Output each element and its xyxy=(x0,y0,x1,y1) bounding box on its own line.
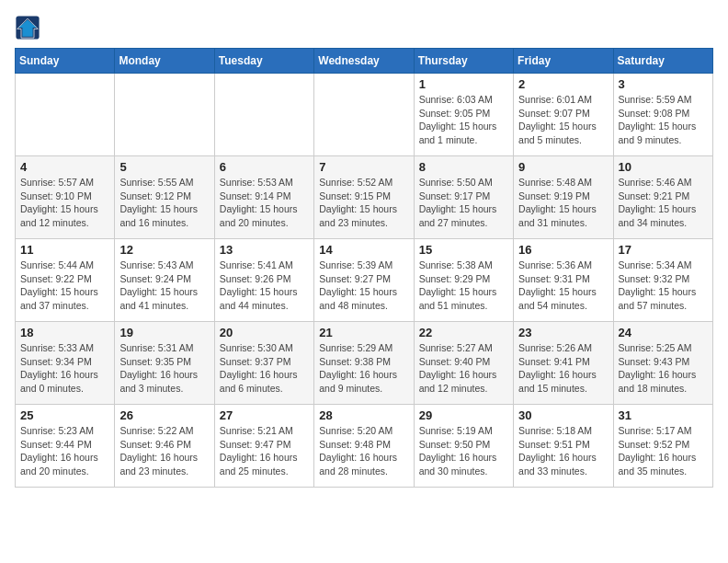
day-info: Sunrise: 5:29 AM Sunset: 9:38 PM Dayligh… xyxy=(319,341,408,396)
calendar-cell xyxy=(115,74,214,156)
day-info: Sunrise: 5:25 AM Sunset: 9:43 PM Dayligh… xyxy=(619,341,708,396)
weekday-header-monday: Monday xyxy=(115,49,214,74)
day-info: Sunrise: 5:55 AM Sunset: 9:12 PM Dayligh… xyxy=(119,176,209,230)
day-number: 23 xyxy=(518,326,608,339)
day-info: Sunrise: 5:48 AM Sunset: 9:19 PM Dayligh… xyxy=(518,176,608,230)
calendar-cell: 16Sunrise: 5:36 AM Sunset: 9:31 PM Dayli… xyxy=(514,239,613,322)
calendar-cell: 2Sunrise: 6:01 AM Sunset: 9:07 PM Daylig… xyxy=(514,74,613,156)
day-info: Sunrise: 5:46 AM Sunset: 9:21 PM Dayligh… xyxy=(619,176,708,230)
day-info: Sunrise: 5:21 AM Sunset: 9:47 PM Dayligh… xyxy=(220,424,309,478)
day-info: Sunrise: 5:36 AM Sunset: 9:31 PM Dayligh… xyxy=(518,259,608,313)
calendar-week-3: 11Sunrise: 5:44 AM Sunset: 9:22 PM Dayli… xyxy=(16,239,713,322)
weekday-header-wednesday: Wednesday xyxy=(314,49,414,74)
calendar-cell: 11Sunrise: 5:44 AM Sunset: 9:22 PM Dayli… xyxy=(16,239,115,322)
day-info: Sunrise: 5:33 AM Sunset: 9:34 PM Dayligh… xyxy=(20,341,109,396)
day-number: 6 xyxy=(220,160,309,174)
calendar-cell: 1Sunrise: 6:03 AM Sunset: 9:05 PM Daylig… xyxy=(414,74,513,156)
day-info: Sunrise: 5:50 AM Sunset: 9:17 PM Dayligh… xyxy=(419,176,508,230)
day-number: 10 xyxy=(619,160,708,174)
day-info: Sunrise: 5:27 AM Sunset: 9:40 PM Dayligh… xyxy=(419,341,508,396)
day-number: 28 xyxy=(319,408,408,422)
calendar-cell: 23Sunrise: 5:26 AM Sunset: 9:41 PM Dayli… xyxy=(514,322,613,405)
day-number: 22 xyxy=(419,326,508,339)
calendar-week-5: 25Sunrise: 5:23 AM Sunset: 9:44 PM Dayli… xyxy=(16,405,713,488)
day-number: 25 xyxy=(20,408,109,422)
calendar-cell xyxy=(314,74,414,156)
calendar-table: SundayMondayTuesdayWednesdayThursdayFrid… xyxy=(15,48,713,488)
calendar-cell: 13Sunrise: 5:41 AM Sunset: 9:26 PM Dayli… xyxy=(214,239,313,322)
calendar-cell: 20Sunrise: 5:30 AM Sunset: 9:37 PM Dayli… xyxy=(214,322,313,405)
day-info: Sunrise: 5:19 AM Sunset: 9:50 PM Dayligh… xyxy=(419,424,508,478)
day-number: 26 xyxy=(119,408,209,422)
day-number: 2 xyxy=(518,77,608,91)
calendar-cell: 24Sunrise: 5:25 AM Sunset: 9:43 PM Dayli… xyxy=(613,322,712,405)
calendar-cell: 22Sunrise: 5:27 AM Sunset: 9:40 PM Dayli… xyxy=(414,322,513,405)
day-info: Sunrise: 5:18 AM Sunset: 9:51 PM Dayligh… xyxy=(518,424,608,478)
calendar-cell xyxy=(16,74,115,156)
day-info: Sunrise: 5:17 AM Sunset: 9:52 PM Dayligh… xyxy=(619,424,708,478)
page-header xyxy=(15,15,713,40)
day-number: 14 xyxy=(319,243,408,257)
day-number: 5 xyxy=(119,160,209,174)
calendar-cell: 25Sunrise: 5:23 AM Sunset: 9:44 PM Dayli… xyxy=(16,405,115,488)
calendar-cell: 19Sunrise: 5:31 AM Sunset: 9:35 PM Dayli… xyxy=(115,322,214,405)
calendar-cell: 28Sunrise: 5:20 AM Sunset: 9:48 PM Dayli… xyxy=(314,405,414,488)
day-info: Sunrise: 5:30 AM Sunset: 9:37 PM Dayligh… xyxy=(220,341,309,396)
day-number: 17 xyxy=(619,243,708,257)
weekday-header-sunday: Sunday xyxy=(16,49,115,74)
day-number: 20 xyxy=(220,326,309,339)
calendar-cell: 15Sunrise: 5:38 AM Sunset: 9:29 PM Dayli… xyxy=(414,239,513,322)
calendar-cell: 29Sunrise: 5:19 AM Sunset: 9:50 PM Dayli… xyxy=(414,405,513,488)
day-number: 3 xyxy=(619,77,708,91)
calendar-cell: 7Sunrise: 5:52 AM Sunset: 9:15 PM Daylig… xyxy=(314,156,414,239)
day-number: 27 xyxy=(220,408,309,422)
calendar-cell: 12Sunrise: 5:43 AM Sunset: 9:24 PM Dayli… xyxy=(115,239,214,322)
calendar-cell: 9Sunrise: 5:48 AM Sunset: 9:19 PM Daylig… xyxy=(514,156,613,239)
weekday-row: SundayMondayTuesdayWednesdayThursdayFrid… xyxy=(16,49,713,74)
calendar-cell: 3Sunrise: 5:59 AM Sunset: 9:08 PM Daylig… xyxy=(613,74,712,156)
calendar-cell: 8Sunrise: 5:50 AM Sunset: 9:17 PM Daylig… xyxy=(414,156,513,239)
day-number: 16 xyxy=(518,243,608,257)
day-info: Sunrise: 5:22 AM Sunset: 9:46 PM Dayligh… xyxy=(119,424,209,478)
day-number: 15 xyxy=(419,243,508,257)
day-number: 13 xyxy=(220,243,309,257)
calendar-cell: 14Sunrise: 5:39 AM Sunset: 9:27 PM Dayli… xyxy=(314,239,414,322)
day-number: 1 xyxy=(419,77,508,91)
calendar-cell: 21Sunrise: 5:29 AM Sunset: 9:38 PM Dayli… xyxy=(314,322,414,405)
weekday-header-thursday: Thursday xyxy=(414,49,513,74)
day-info: Sunrise: 6:03 AM Sunset: 9:05 PM Dayligh… xyxy=(419,93,508,147)
weekday-header-tuesday: Tuesday xyxy=(214,49,313,74)
calendar-header: SundayMondayTuesdayWednesdayThursdayFrid… xyxy=(16,49,713,74)
day-info: Sunrise: 5:38 AM Sunset: 9:29 PM Dayligh… xyxy=(419,259,508,313)
logo-icon xyxy=(15,15,40,40)
day-info: Sunrise: 5:43 AM Sunset: 9:24 PM Dayligh… xyxy=(119,259,209,313)
day-info: Sunrise: 5:44 AM Sunset: 9:22 PM Dayligh… xyxy=(20,259,109,313)
day-number: 9 xyxy=(518,160,608,174)
day-number: 29 xyxy=(419,408,508,422)
day-number: 30 xyxy=(518,408,608,422)
calendar-cell: 26Sunrise: 5:22 AM Sunset: 9:46 PM Dayli… xyxy=(115,405,214,488)
calendar-body: 1Sunrise: 6:03 AM Sunset: 9:05 PM Daylig… xyxy=(16,74,713,488)
day-number: 21 xyxy=(319,326,408,339)
day-info: Sunrise: 5:39 AM Sunset: 9:27 PM Dayligh… xyxy=(319,259,408,313)
day-number: 8 xyxy=(419,160,508,174)
calendar-cell: 4Sunrise: 5:57 AM Sunset: 9:10 PM Daylig… xyxy=(16,156,115,239)
day-number: 4 xyxy=(20,160,109,174)
weekday-header-saturday: Saturday xyxy=(613,49,712,74)
day-info: Sunrise: 5:59 AM Sunset: 9:08 PM Dayligh… xyxy=(619,93,708,147)
logo xyxy=(15,15,44,40)
day-number: 12 xyxy=(119,243,209,257)
day-info: Sunrise: 5:23 AM Sunset: 9:44 PM Dayligh… xyxy=(20,424,109,478)
calendar-week-1: 1Sunrise: 6:03 AM Sunset: 9:05 PM Daylig… xyxy=(16,74,713,156)
calendar-cell: 5Sunrise: 5:55 AM Sunset: 9:12 PM Daylig… xyxy=(115,156,214,239)
calendar-cell: 31Sunrise: 5:17 AM Sunset: 9:52 PM Dayli… xyxy=(613,405,712,488)
day-info: Sunrise: 5:26 AM Sunset: 9:41 PM Dayligh… xyxy=(518,341,608,396)
calendar-week-4: 18Sunrise: 5:33 AM Sunset: 9:34 PM Dayli… xyxy=(16,322,713,405)
calendar-week-2: 4Sunrise: 5:57 AM Sunset: 9:10 PM Daylig… xyxy=(16,156,713,239)
calendar-cell xyxy=(214,74,313,156)
day-number: 11 xyxy=(20,243,109,257)
calendar-cell: 18Sunrise: 5:33 AM Sunset: 9:34 PM Dayli… xyxy=(16,322,115,405)
day-info: Sunrise: 5:34 AM Sunset: 9:32 PM Dayligh… xyxy=(619,259,708,313)
calendar-cell: 30Sunrise: 5:18 AM Sunset: 9:51 PM Dayli… xyxy=(514,405,613,488)
weekday-header-friday: Friday xyxy=(514,49,613,74)
